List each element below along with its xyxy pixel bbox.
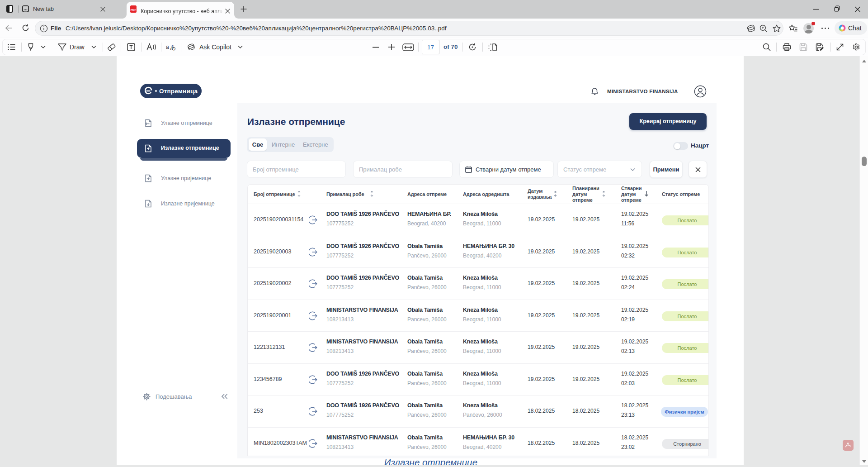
svg-text:PDF: PDF <box>131 8 137 11</box>
svg-text:a: a <box>166 44 169 50</box>
svg-text:あ: あ <box>170 44 176 51</box>
